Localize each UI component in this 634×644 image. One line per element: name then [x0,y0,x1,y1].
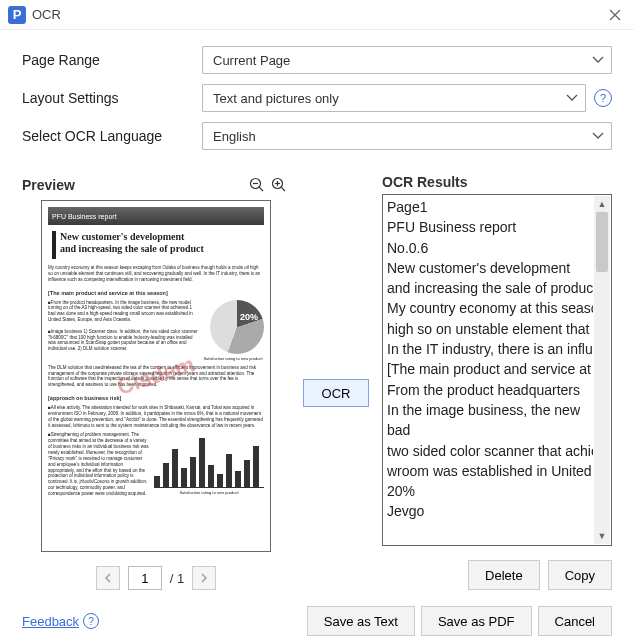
ocr-language-select[interactable]: English [202,122,612,150]
chevron-left-icon [104,573,112,583]
zoom-in-button[interactable] [268,174,290,196]
results-line: Jevgo [387,501,593,521]
results-line: No.0.6 [387,238,593,258]
zoom-out-icon [249,177,265,193]
svg-line-1 [259,187,263,191]
results-line: two sided color scanner that achieved [387,441,593,461]
results-line: New customer's development [387,258,593,278]
results-line: [The main product and service at this [387,359,593,379]
app-icon: P [8,6,26,24]
page-number-input[interactable] [128,566,162,590]
cancel-button[interactable]: Cancel [538,606,612,636]
close-icon [609,9,621,21]
preview-title: Preview [22,177,246,193]
layout-help-icon[interactable]: ? [594,89,612,107]
results-scrollbar[interactable]: ▲ ▼ [594,196,610,544]
page-range-select[interactable]: Current Page [202,46,612,74]
preview-pie-chart: 20% [210,300,264,354]
page-total: / 1 [170,571,184,586]
prev-page-button[interactable] [96,566,120,590]
results-line: Page1 [387,197,593,217]
ocr-results-textarea[interactable]: Page1PFU Business reportNo.0.6New custom… [382,194,612,546]
window-title: OCR [32,7,604,22]
results-line: In the IT industry, there is an influenc… [387,339,593,359]
preview-bar-chart [154,432,264,488]
scroll-up-icon[interactable]: ▲ [594,196,610,212]
next-page-button[interactable] [192,566,216,590]
feedback-help-icon[interactable]: ? [83,613,99,629]
scroll-down-icon[interactable]: ▼ [594,528,610,544]
zoom-out-button[interactable] [246,174,268,196]
preview-headline: New customer's developmentand increasing… [52,231,260,255]
scroll-thumb[interactable] [596,212,608,272]
page-range-label: Page Range [22,52,202,68]
results-line: wroom was established in United [387,461,593,481]
layout-settings-label: Layout Settings [22,90,202,106]
results-line: and increasing the sale of product [387,278,593,298]
svg-line-4 [281,187,285,191]
results-line: My country economy at this season [387,298,593,318]
preview-page: PFU Business report New customer's devel… [41,200,271,552]
feedback-link[interactable]: Feedback [22,614,79,629]
results-line: high so on unstable element that [387,319,593,339]
results-line: bad [387,420,593,440]
save-as-text-button[interactable]: Save as Text [307,606,415,636]
results-line: In the image business, the new [387,400,593,420]
delete-button[interactable]: Delete [468,560,540,590]
results-title: OCR Results [382,174,612,190]
preview-header-bar: PFU Business report [48,207,264,225]
results-line: 20% [387,481,593,501]
save-as-pdf-button[interactable]: Save as PDF [421,606,532,636]
ocr-language-label: Select OCR Language [22,128,202,144]
close-button[interactable] [604,4,626,26]
results-line: From the product headquarters [387,380,593,400]
layout-settings-select[interactable]: Text and pictures only [202,84,586,112]
results-line: PFU Business report [387,217,593,237]
chevron-right-icon [200,573,208,583]
copy-button[interactable]: Copy [548,560,612,590]
zoom-in-icon [271,177,287,193]
ocr-button[interactable]: OCR [303,379,369,407]
